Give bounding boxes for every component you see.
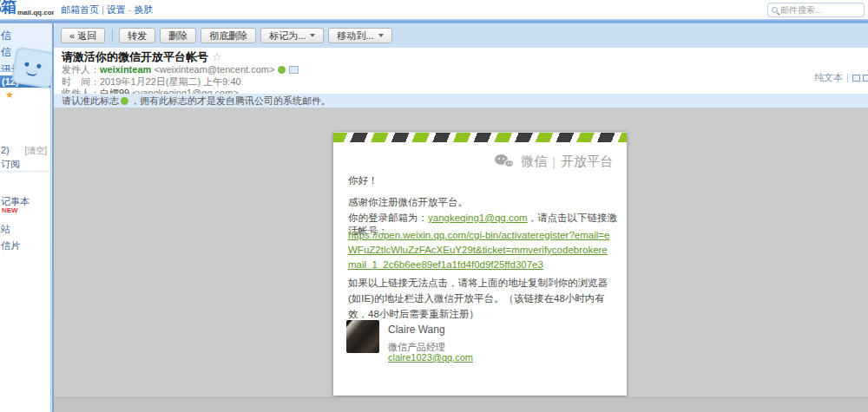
sidebar: 信 信 讯录 (12) ★ 2) [清空] 订阅 记事本 NEW 站 信片 [0,23,54,412]
nav-skin-link[interactable]: 换肤 [135,4,154,15]
contact-card-icon[interactable] [289,66,299,74]
star-toggle-icon[interactable]: ☆ [212,50,222,63]
mascot-smile [26,70,38,77]
content-left-border [52,23,54,412]
sidebar-item-file-station[interactable]: 站 [1,223,10,236]
brand-product: 开放平台 [561,154,613,170]
toolbar-separator [112,29,113,42]
signature-name: Claire Wang [388,324,445,336]
mail-body-area: 微信 | 开放平台 你好！ 感谢你注册微信开放平台。 你的登录邮箱为：yangk… [54,108,868,412]
mark-as-dropdown[interactable]: 标记为... [260,28,324,43]
mail-content-panel: « 返回 转发 删除 彻底删除 标记为... 移动到... 请激活你的微信开放平… [54,23,868,412]
chevron-down-icon [378,34,384,37]
brand-separator: | [547,155,561,169]
new-badge: NEW [2,206,18,214]
nav-separator: - [126,4,135,15]
fallback-note: 如果以上链接无法点击，请将上面的地址复制到你的浏览器(如IE)的地址栏进入微信开… [348,275,614,322]
back-button[interactable]: « 返回 [61,28,105,43]
greeting-text: 你好！ [348,174,378,187]
mascot-eye [36,64,42,69]
plain-text-link[interactable]: 纯文本 [814,72,843,82]
brand-name: 微信 [521,154,547,170]
search-input[interactable] [780,5,857,15]
signature-email-link[interactable]: claire1023@qq.com [388,352,473,363]
mail-toolbar: « 返回 转发 删除 彻底删除 标记为... 移动到... [54,23,868,48]
sidebar-item-subscriptions[interactable]: 订阅 [1,158,20,171]
trusted-mark-icon [121,97,128,105]
wechat-logo-icon [495,154,516,170]
sidebar-item-postcard[interactable]: 信片 [1,239,20,252]
forward-button[interactable]: 转发 [119,28,155,43]
trash-clear-link[interactable]: [清空] [24,145,47,157]
qqmail-logo[interactable]: 邮箱 mail.qq.com [0,0,54,19]
qqmail-logo-domain: mail.qq.com [17,9,54,16]
mail-subject-text: 请激活你的微信开放平台帐号 [62,50,208,63]
move-to-label: 移动到... [337,29,373,43]
popup-view-icon[interactable] [863,75,868,82]
avatar [346,320,379,353]
nav-mail-home-link[interactable]: 邮箱首页 [61,4,99,15]
mascot-eye [24,62,30,67]
folder-panel: (12) ★ 2) [清空] 订阅 记事本 NEW 站 信片 [0,71,51,412]
view-separator: | [843,72,852,82]
from-email[interactable]: <weixinteam@tencent.com> [154,64,274,75]
sidebar-item-checkmail[interactable]: 信 [1,45,11,60]
sidebar-item-trash[interactable]: 2) [1,145,10,155]
login-email-link[interactable]: yangkeqing1@qq.com [428,213,528,223]
time-value: 2019年1月22日(星期二) 上午9:40 [100,76,241,87]
from-label: 发件人： [62,64,100,75]
email-card: 微信 | 开放平台 你好！ 感谢你注册微信开放平台。 你的登录邮箱为：yangk… [333,132,627,396]
nav-settings-link[interactable]: 设置 [107,4,126,15]
mail-area-footer-band [54,397,868,412]
top-nav: 邮箱首页|设置-换肤 [61,3,154,16]
qqmail-logo-wordmark: 邮箱 [0,0,16,17]
delete-button[interactable]: 删除 [160,28,196,43]
from-line: 发件人：weixinteam <weixinteam@tencent.com> [62,63,299,76]
login-line-prefix: 你的登录邮箱为： [348,213,428,223]
top-header: 邮箱 mail.qq.com 邮箱首页|设置-换肤 [0,0,868,19]
view-options: 纯文本| [814,71,868,84]
signature-email: claire1023@qq.com [388,352,473,363]
move-to-dropdown[interactable]: 移动到... [328,28,391,43]
mark-as-label: 标记为... [269,29,306,43]
sidebar-item-compose[interactable]: 信 [1,29,11,43]
qq-mail-app: 邮箱 mail.qq.com 邮箱首页|设置-换肤 信 信 讯录 (12) ★ … [0,0,868,412]
thanks-text: 感谢你注册微信开放平台。 [348,196,468,209]
mail-mascot-stamp [11,47,54,89]
delete-forever-button[interactable]: 彻底删除 [201,28,256,43]
mail-search-box[interactable] [767,3,865,17]
trusted-sender-notice: 请认准此标志，拥有此标志的才是发自腾讯公司的系统邮件。 [54,94,868,108]
nav-separator: | [99,4,107,15]
verified-sender-icon[interactable] [278,66,286,74]
wechat-open-platform-brand: 微信 | 开放平台 [495,154,613,170]
sidebar-divider [0,171,50,172]
activation-link[interactable]: https://open.weixin.qq.com/cgi-bin/activ… [348,228,612,272]
notice-suffix: ，拥有此标志的才是发自腾讯公司的系统邮件。 [130,95,331,106]
hazard-stripes-decoration [333,133,627,142]
starred-mail-icon[interactable]: ★ [5,89,14,101]
search-icon [772,7,778,13]
open-in-window-icon[interactable] [852,75,860,82]
wechat-bubble-small [504,160,514,167]
chevron-down-icon [310,34,315,37]
from-name[interactable]: weixinteam [100,64,151,75]
time-label: 时 间： [62,76,100,87]
notice-prefix: 请认准此标志 [62,95,119,106]
